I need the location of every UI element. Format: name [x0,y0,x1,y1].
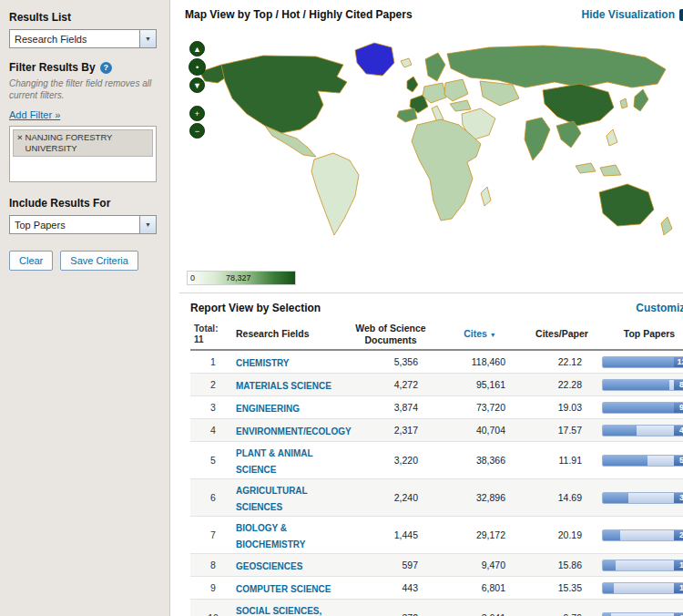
region-eastern-europe[interactable] [444,79,468,101]
col-header-top-papers: Top Papers [602,328,683,340]
col-header-cites-per-paper: Cites/Paper [525,328,598,340]
legend-min-value: 0 [190,273,195,282]
pan-center-button[interactable]: • [189,58,206,76]
active-filters-box: × NANJING FORESTRY UNIVERSITY [9,126,157,182]
customize-link[interactable]: Customize [636,302,683,314]
top-papers-bar[interactable]: 44 [602,425,683,436]
rank-cell: 3 [194,402,232,413]
top-papers-bar[interactable]: 14 [602,582,683,594]
cites-cell: 3,641 [438,612,522,616]
region-united-kingdom[interactable] [407,77,418,92]
top-papers-value: 23 [674,530,683,540]
top-papers-bar[interactable]: 87 [602,379,683,391]
map-controls: ▲ • ▼ + − [189,41,206,139]
region-china[interactable] [543,84,614,126]
top-papers-value: 95 [674,403,683,413]
save-criteria-button[interactable]: Save Criteria [60,251,138,271]
rank-cell: 1 [194,356,232,367]
top-papers-bar[interactable]: 120 [602,356,683,368]
remove-filter-icon[interactable]: × [17,132,23,154]
table-header-row: Total: 11 Research Fields Web of Science… [190,321,683,351]
research-field-link[interactable]: COMPUTER SCIENCE [236,584,331,594]
table-row: 8 GEOSCIENCES 597 9,470 15.86 17 [190,554,683,577]
top-papers-bar-fill [603,530,620,540]
clear-button[interactable]: Clear [9,251,53,271]
pan-up-button[interactable]: ▲ [189,41,205,56]
zoom-out-button[interactable]: − [189,123,205,139]
research-field-link[interactable]: CHEMISTRY [236,358,290,368]
help-icon[interactable]: ? [100,62,112,74]
table-row: 5 PLANT & ANIMAL SCIENCE 3,220 38,366 11… [190,442,683,479]
region-indonesia-east[interactable] [600,165,621,176]
sort-descending-icon: ▼ [490,332,496,338]
results-list-heading: Results List [9,11,160,24]
top-papers-bar[interactable]: 11 [602,612,683,616]
documents-cell: 2,317 [347,425,434,436]
region-scandinavia[interactable] [425,53,445,81]
research-field-link[interactable]: BIOLOGY & BIOCHEMISTRY [236,523,305,549]
table-row: 4 ENVIRONMENT/ECOLOGY 2,317 40,704 17.57… [190,419,683,442]
documents-cell: 443 [347,582,434,593]
map-color-legend: 0 78,327 [187,271,296,285]
region-north-america[interactable] [221,56,347,133]
cites-cell: 40,704 [438,425,522,436]
top-papers-value: 14 [674,583,683,593]
region-india[interactable] [525,118,550,160]
research-field-link[interactable]: ENGINEERING [236,404,300,414]
report-view-title: Report View by Selection [190,302,321,314]
research-field-link[interactable]: MATERIALS SCIENCE [236,381,331,391]
cites-cell: 95,161 [438,379,522,390]
table-row: 7 BIOLOGY & BIOCHEMISTRY 1,445 29,172 20… [190,517,683,554]
region-australia[interactable] [599,184,654,226]
region-iberia[interactable] [397,108,417,122]
region-africa[interactable] [412,119,481,221]
top-papers-bar[interactable]: 34 [602,492,683,504]
documents-cell: 1,445 [347,529,434,540]
region-japan[interactable] [634,89,648,111]
rank-cell: 8 [194,560,232,570]
top-papers-bar[interactable]: 23 [602,529,683,541]
research-field-link[interactable]: PLANT & ANIMAL SCIENCE [236,448,312,475]
research-field-link[interactable]: GEOSCIENCES [236,561,302,571]
pan-down-button[interactable]: ▼ [189,77,205,93]
rank-cell: 4 [194,425,232,436]
top-papers-value: 120 [674,357,683,367]
top-papers-value: 59 [674,456,683,466]
region-korea[interactable] [620,98,627,108]
table-row: 6 AGRICULTURAL SCIENCES 2,240 32,896 14.… [190,479,683,517]
top-papers-value: 34 [674,493,683,503]
top-papers-bar[interactable]: 59 [602,455,683,467]
results-list-select[interactable]: Research Fields ▼ [9,29,157,48]
chevron-down-icon: ▼ [139,30,156,47]
cites-per-paper-cell: 11.91 [525,455,598,466]
zoom-in-button[interactable]: + [189,106,205,121]
col-header-wos-documents: Web of Science Documents [347,323,434,345]
top-papers-bar-fill [603,403,675,413]
table-row: 1 CHEMISTRY 5,356 118,460 22.12 120 [190,351,683,374]
research-field-link[interactable]: SOCIAL SCIENCES, GENERAL [236,606,321,616]
region-turkey[interactable] [450,100,471,111]
research-field-link[interactable]: AGRICULTURAL SCIENCES [236,486,308,512]
region-south-america[interactable] [311,153,359,235]
documents-cell: 3,220 [347,455,434,466]
include-results-select[interactable]: Top Papers ▼ [9,215,157,234]
region-madagascar[interactable] [481,187,491,206]
region-greenland[interactable] [355,43,394,76]
top-papers-bar-fill [603,560,616,570]
region-new-zealand[interactable] [661,217,672,235]
region-iceland[interactable] [401,58,412,67]
research-field-link[interactable]: ENVIRONMENT/ECOLOGY [236,426,352,436]
region-central-asia[interactable] [480,81,519,106]
top-papers-bar[interactable]: 95 [602,402,683,414]
region-philippines[interactable] [607,129,617,146]
top-papers-bar[interactable]: 17 [602,560,683,571]
col-header-cites[interactable]: Cites ▼ [438,328,522,340]
world-map-area: ▲ • ▼ + − [179,26,683,267]
add-filter-link[interactable]: Add Filter » [9,109,60,120]
documents-cell: 2,240 [347,492,434,503]
region-indonesia-west[interactable] [576,163,596,173]
region-central-europe[interactable] [423,83,446,103]
cites-per-paper-cell: 17.57 [525,425,598,436]
hide-visualization-button[interactable]: Hide Visualization ☰ [582,8,683,21]
cites-per-paper-cell: 9.79 [525,612,598,616]
